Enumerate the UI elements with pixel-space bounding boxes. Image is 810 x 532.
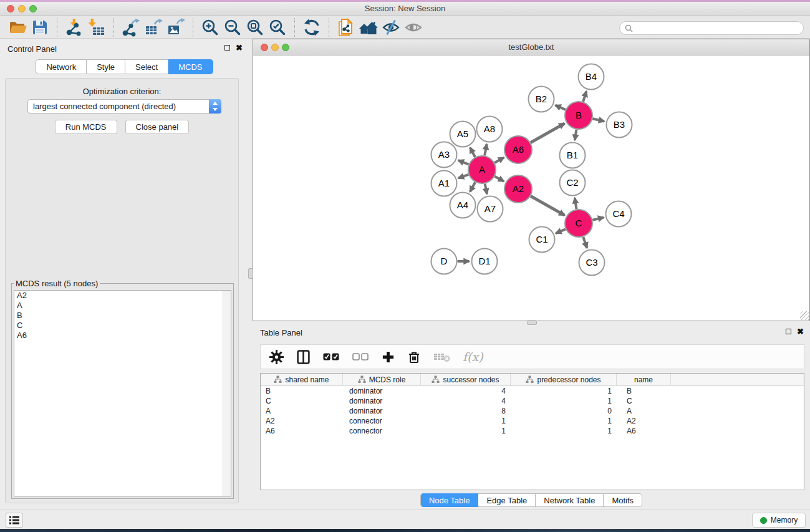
table-row[interactable]: Adominator80A <box>261 406 804 416</box>
cell-successor_nodes[interactable]: 1 <box>421 427 511 435</box>
node-D[interactable]: D <box>432 249 457 274</box>
close-panel-icon[interactable]: ✖ <box>236 44 243 51</box>
node-A6[interactable]: A6 <box>504 136 532 163</box>
zoom-fit-icon[interactable] <box>244 17 266 38</box>
table-settings-gear-icon[interactable] <box>269 350 284 364</box>
result-item[interactable]: A <box>14 301 231 311</box>
close-table-panel-icon[interactable]: ✖ <box>797 328 804 335</box>
node-A3[interactable]: A3 <box>432 142 457 168</box>
cell-mcds_role[interactable]: connector <box>343 417 421 425</box>
node-C1[interactable]: C1 <box>529 227 555 253</box>
run-mcds-button[interactable]: Run MCDS <box>55 120 117 134</box>
node-C4[interactable]: C4 <box>606 201 632 227</box>
result-item[interactable]: B <box>14 311 231 321</box>
tab-network-table[interactable]: Network Table <box>536 493 604 507</box>
node-A4[interactable]: A4 <box>450 193 476 218</box>
edge-B-B2[interactable] <box>556 105 566 110</box>
node-D1[interactable]: D1 <box>472 249 498 274</box>
node-A7[interactable]: A7 <box>478 196 503 222</box>
tab-mcds[interactable]: MCDS <box>168 59 213 74</box>
column-header-predecessor-nodes[interactable]: predecessor nodes <box>511 374 617 385</box>
edge-A-A3[interactable] <box>458 160 469 165</box>
mcds-result-list[interactable]: A2ABCA6 <box>14 290 231 496</box>
edge-A-A2[interactable] <box>494 177 504 181</box>
home-houses-icon[interactable] <box>357 17 380 38</box>
table-row[interactable]: Bdominator41B <box>261 386 804 396</box>
edge-C-C2[interactable] <box>575 198 577 209</box>
cell-name[interactable]: C <box>617 397 671 405</box>
cell-mcds_role[interactable]: connector <box>343 427 421 435</box>
node-A[interactable]: A <box>468 156 496 183</box>
tab-motifs[interactable]: Motifs <box>604 493 642 507</box>
search-field[interactable] <box>619 21 804 35</box>
window-resize-grip[interactable] <box>800 311 809 320</box>
cell-successor_nodes[interactable]: 4 <box>421 387 511 395</box>
node-A5[interactable]: A5 <box>450 122 476 147</box>
edge-A6-B[interactable] <box>531 123 564 143</box>
search-input[interactable] <box>635 22 803 34</box>
cell-predecessor_nodes[interactable]: 1 <box>511 427 617 435</box>
edge-A-A1[interactable] <box>458 175 468 178</box>
cell-name[interactable]: A2 <box>617 417 671 425</box>
column-header-shared-name[interactable]: shared name <box>261 374 343 385</box>
column-header-successor-nodes[interactable]: successor nodes <box>421 374 511 385</box>
network-window-titlebar[interactable]: testGlobe.txt <box>253 39 809 56</box>
node-C[interactable]: C <box>565 210 592 237</box>
cell-shared_name[interactable]: A <box>261 407 343 415</box>
cell-name[interactable]: A6 <box>617 427 671 435</box>
column-header-name[interactable]: name <box>617 374 671 385</box>
export-network-icon[interactable] <box>120 17 142 38</box>
hide-graphics-details-icon[interactable] <box>380 17 402 38</box>
select-all-icon[interactable] <box>323 352 340 361</box>
node-B3[interactable]: B3 <box>607 112 632 138</box>
tab-node-table[interactable]: Node Table <box>420 493 479 507</box>
criterion-dropdown[interactable]: largest connected component (directed) <box>27 99 221 114</box>
cell-shared_name[interactable]: C <box>261 397 343 405</box>
import-network-icon[interactable] <box>63 17 85 38</box>
node-C2[interactable]: C2 <box>560 170 586 196</box>
edge-A-A8[interactable] <box>485 144 486 155</box>
cell-mcds_role[interactable]: dominator <box>343 397 421 405</box>
show-columns-icon[interactable] <box>296 350 311 364</box>
cell-successor_nodes[interactable]: 4 <box>421 397 511 405</box>
tab-style[interactable]: Style <box>87 59 125 74</box>
memory-button[interactable]: Memory <box>752 513 806 528</box>
cell-mcds_role[interactable]: dominator <box>343 407 421 415</box>
cell-name[interactable]: B <box>617 387 671 395</box>
edge-A-A4[interactable] <box>470 182 475 191</box>
result-item[interactable]: A2 <box>14 291 231 301</box>
table-row[interactable]: A2connector11A2 <box>261 416 804 426</box>
export-image-icon[interactable] <box>165 17 187 38</box>
cell-shared_name[interactable]: A6 <box>261 427 343 435</box>
table-header-row[interactable]: shared nameMCDS rolesuccessor nodesprede… <box>261 374 804 386</box>
delete-column-icon[interactable] <box>407 350 421 364</box>
cell-mcds_role[interactable]: dominator <box>343 387 421 395</box>
edge-C-C3[interactable] <box>583 237 587 248</box>
table-row[interactable]: Cdominator41C <box>261 396 804 406</box>
node-B[interactable]: B <box>565 102 592 129</box>
zoom-selected-icon[interactable] <box>266 17 289 38</box>
node-B2[interactable]: B2 <box>529 87 554 112</box>
network-canvas[interactable]: B4B2BB3A8A5A6A3B1AC2A1A2A4A7C4CC1C3DD1 <box>253 56 809 321</box>
node-B4[interactable]: B4 <box>579 64 604 90</box>
cell-successor_nodes[interactable]: 1 <box>421 417 511 425</box>
cell-shared_name[interactable]: B <box>261 387 343 395</box>
table-row[interactable]: A6connector11A6 <box>261 426 804 436</box>
cell-predecessor_nodes[interactable]: 0 <box>511 407 617 415</box>
cell-name[interactable]: A <box>617 407 671 415</box>
float-panel-icon[interactable] <box>224 45 230 51</box>
node-A1[interactable]: A1 <box>432 171 457 196</box>
node-A2[interactable]: A2 <box>504 175 532 203</box>
tab-edge-table[interactable]: Edge Table <box>478 493 536 507</box>
zoom-in-icon[interactable] <box>199 17 221 38</box>
result-item[interactable]: C <box>14 321 231 331</box>
cell-shared_name[interactable]: A2 <box>261 417 343 425</box>
edge-A-A6[interactable] <box>494 158 504 163</box>
edge-A2-C[interactable] <box>531 196 564 215</box>
splitpane-handle-vertical[interactable] <box>248 268 253 279</box>
edge-B-B4[interactable] <box>583 91 586 102</box>
tab-select[interactable]: Select <box>125 59 168 74</box>
cell-predecessor_nodes[interactable]: 1 <box>511 387 617 395</box>
refresh-icon[interactable] <box>301 17 323 38</box>
edge-C-C4[interactable] <box>592 218 604 220</box>
